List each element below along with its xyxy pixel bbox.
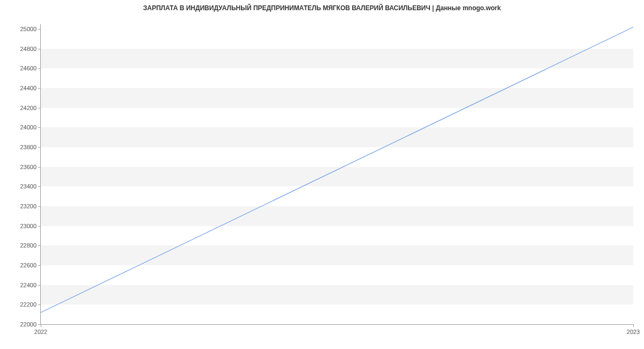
line-series bbox=[41, 24, 633, 324]
y-tick bbox=[38, 265, 41, 266]
y-tick-label: 24800 bbox=[20, 46, 36, 52]
chart-title: ЗАРПЛАТА В ИНДИВИДУАЛЬНЫЙ ПРЕДПРИНИМАТЕЛ… bbox=[0, 4, 644, 12]
chart-container: ЗАРПЛАТА В ИНДИВИДУАЛЬНЫЙ ПРЕДПРИНИМАТЕЛ… bbox=[0, 0, 644, 349]
y-tick bbox=[38, 49, 41, 49]
y-tick-label: 22800 bbox=[20, 242, 36, 249]
y-tick bbox=[38, 304, 41, 305]
y-tick bbox=[38, 147, 41, 148]
y-tick-label: 23600 bbox=[20, 164, 36, 170]
y-tick bbox=[38, 108, 41, 108]
y-tick bbox=[38, 245, 41, 246]
y-tick-label: 23400 bbox=[20, 183, 36, 190]
y-tick-label: 24600 bbox=[20, 65, 36, 71]
y-tick bbox=[38, 127, 41, 128]
y-tick bbox=[38, 186, 41, 187]
y-tick bbox=[38, 68, 41, 69]
y-tick-label: 22600 bbox=[20, 262, 36, 268]
y-tick-label: 24400 bbox=[20, 85, 36, 91]
y-tick bbox=[38, 167, 41, 168]
y-tick-label: 22200 bbox=[20, 301, 36, 308]
x-tick-label: 2023 bbox=[627, 329, 640, 335]
y-tick bbox=[38, 285, 41, 286]
series-polyline bbox=[41, 27, 633, 312]
x-tick bbox=[633, 324, 634, 327]
x-tick-label: 2022 bbox=[34, 329, 47, 335]
x-tick bbox=[41, 324, 41, 327]
y-tick-label: 22400 bbox=[20, 282, 36, 288]
y-tick bbox=[38, 29, 41, 30]
y-tick bbox=[38, 226, 41, 227]
y-tick-label: 24000 bbox=[20, 124, 36, 130]
y-tick-label: 23000 bbox=[20, 223, 36, 229]
y-tick-label: 23200 bbox=[20, 203, 36, 209]
y-tick bbox=[38, 206, 41, 207]
y-tick-label: 25000 bbox=[20, 26, 36, 32]
plot-area: 2200022200224002260022800230002320023400… bbox=[40, 24, 633, 325]
y-tick-label: 24200 bbox=[20, 105, 36, 111]
y-tick-label: 23800 bbox=[20, 144, 36, 150]
y-tick bbox=[38, 88, 41, 89]
y-tick-label: 22000 bbox=[20, 321, 36, 328]
